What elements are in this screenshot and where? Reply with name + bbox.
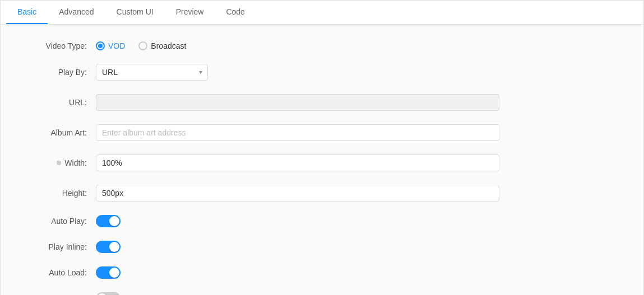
play-inline-controls (96, 241, 499, 253)
play-by-select[interactable]: URL File Embed (96, 64, 208, 81)
auto-load-row: Auto Load: (1, 266, 643, 279)
width-dot (57, 161, 61, 165)
content-area: Video Type: VOD Broadcast Play By: (1, 25, 643, 295)
loop-row: Loop: (1, 292, 643, 295)
album-art-input[interactable] (96, 124, 499, 141)
tabs-bar: Basic Advanced Custom UI Preview Code (1, 1, 643, 25)
tab-basic[interactable]: Basic (6, 1, 48, 24)
auto-play-row: Auto Play: (1, 215, 643, 227)
play-by-label: Play By: (23, 68, 96, 77)
loop-toggle-wrap (96, 292, 499, 295)
width-row: Width: (1, 154, 643, 171)
play-inline-toggle[interactable] (96, 241, 121, 253)
play-inline-row: Play Inline: (1, 241, 643, 253)
auto-play-toggle-wrap (96, 215, 499, 227)
auto-load-controls (96, 266, 499, 279)
loop-toggle[interactable] (96, 292, 121, 295)
auto-load-label: Auto Load: (23, 268, 96, 277)
auto-load-toggle-knob (109, 268, 119, 278)
auto-play-controls (96, 215, 499, 227)
radio-vod-label: VOD (108, 41, 125, 50)
height-row: Height: (1, 185, 643, 202)
height-label: Height: (23, 189, 96, 198)
app-container: Basic Advanced Custom UI Preview Code Vi… (0, 0, 644, 295)
tab-code[interactable]: Code (215, 1, 256, 24)
play-by-controls: URL File Embed ▾ (96, 64, 499, 81)
album-art-row: Album Art: (1, 124, 643, 141)
url-label: URL: (23, 98, 96, 107)
url-row: URL: (1, 94, 643, 111)
height-input[interactable] (96, 185, 499, 202)
auto-play-toggle-knob (109, 216, 119, 226)
video-type-controls: VOD Broadcast (96, 41, 499, 50)
tab-preview[interactable]: Preview (165, 1, 215, 24)
radio-vod-circle (96, 41, 105, 50)
loop-controls (96, 292, 499, 295)
auto-load-toggle-wrap (96, 266, 499, 279)
url-controls (96, 94, 499, 111)
tab-custom-ui[interactable]: Custom UI (105, 1, 165, 24)
tab-advanced[interactable]: Advanced (48, 1, 105, 24)
radio-vod[interactable]: VOD (96, 41, 125, 50)
width-input[interactable] (96, 154, 499, 171)
width-label: Width: (23, 158, 96, 167)
play-inline-toggle-knob (109, 242, 119, 252)
play-inline-toggle-wrap (96, 241, 499, 253)
radio-broadcast[interactable]: Broadcast (138, 41, 186, 50)
height-controls (96, 185, 499, 202)
album-art-label: Album Art: (23, 128, 96, 137)
play-by-select-wrap: URL File Embed ▾ (96, 64, 208, 81)
auto-play-toggle[interactable] (96, 215, 121, 227)
radio-broadcast-label: Broadcast (151, 41, 186, 50)
auto-load-toggle[interactable] (96, 266, 121, 279)
url-input[interactable] (96, 94, 499, 111)
video-type-label: Video Type: (23, 41, 96, 50)
video-type-row: Video Type: VOD Broadcast (1, 41, 643, 50)
play-inline-label: Play Inline: (23, 242, 96, 251)
video-type-radio-group: VOD Broadcast (96, 41, 499, 50)
album-art-controls (96, 124, 499, 141)
width-controls (96, 154, 499, 171)
radio-broadcast-circle (138, 41, 147, 50)
auto-play-label: Auto Play: (23, 217, 96, 226)
play-by-row: Play By: URL File Embed ▾ (1, 64, 643, 81)
